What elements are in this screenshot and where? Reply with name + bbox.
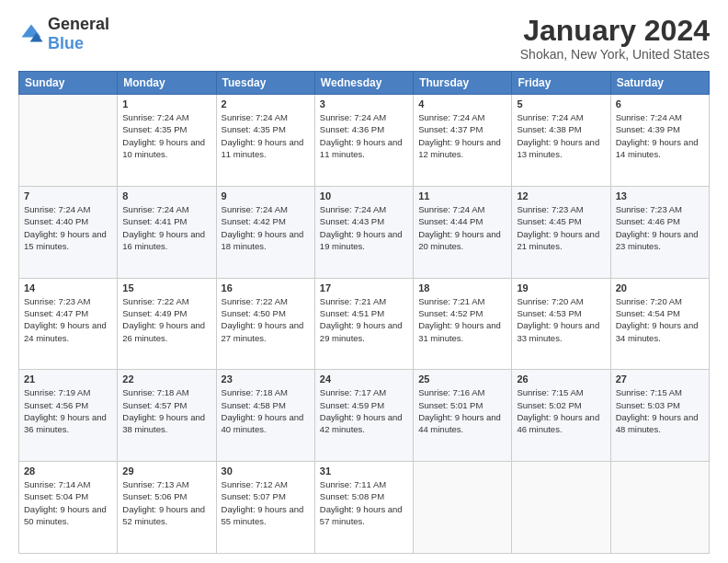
calendar-cell: 22 Sunrise: 7:18 AMSunset: 4:57 PMDaylig… bbox=[118, 370, 216, 462]
calendar-cell: 9 Sunrise: 7:24 AMSunset: 4:42 PMDayligh… bbox=[216, 186, 314, 278]
calendar-cell: 18 Sunrise: 7:21 AMSunset: 4:52 PMDaylig… bbox=[414, 278, 512, 370]
calendar-week-row: 14 Sunrise: 7:23 AMSunset: 4:47 PMDaylig… bbox=[19, 278, 710, 370]
calendar-cell: 2 Sunrise: 7:24 AMSunset: 4:35 PMDayligh… bbox=[216, 95, 314, 187]
calendar-cell: 31 Sunrise: 7:11 AMSunset: 5:08 PMDaylig… bbox=[314, 462, 413, 554]
day-info: Sunrise: 7:24 AMSunset: 4:35 PMDaylight:… bbox=[122, 111, 210, 160]
calendar-cell: 1 Sunrise: 7:24 AMSunset: 4:35 PMDayligh… bbox=[118, 95, 216, 187]
calendar-cell: 16 Sunrise: 7:22 AMSunset: 4:50 PMDaylig… bbox=[216, 278, 314, 370]
calendar-cell: 19 Sunrise: 7:20 AMSunset: 4:53 PMDaylig… bbox=[512, 278, 610, 370]
calendar-week-row: 28 Sunrise: 7:14 AMSunset: 5:04 PMDaylig… bbox=[19, 462, 710, 554]
month-title: January 2024 bbox=[520, 15, 710, 47]
day-info: Sunrise: 7:20 AMSunset: 4:53 PMDaylight:… bbox=[517, 295, 605, 344]
day-number: 3 bbox=[320, 98, 408, 109]
calendar-week-row: 1 Sunrise: 7:24 AMSunset: 4:35 PMDayligh… bbox=[19, 95, 710, 187]
day-info: Sunrise: 7:16 AMSunset: 5:01 PMDaylight:… bbox=[418, 386, 506, 435]
day-number: 28 bbox=[24, 465, 112, 477]
calendar-cell: 10 Sunrise: 7:24 AMSunset: 4:43 PMDaylig… bbox=[314, 186, 413, 278]
day-info: Sunrise: 7:24 AMSunset: 4:36 PMDaylight:… bbox=[320, 111, 408, 160]
day-info: Sunrise: 7:24 AMSunset: 4:35 PMDaylight:… bbox=[222, 111, 310, 160]
calendar-cell: 24 Sunrise: 7:17 AMSunset: 4:59 PMDaylig… bbox=[314, 370, 413, 462]
calendar-cell: 26 Sunrise: 7:15 AMSunset: 5:02 PMDaylig… bbox=[512, 370, 610, 462]
day-info: Sunrise: 7:17 AMSunset: 4:59 PMDaylight:… bbox=[320, 386, 408, 435]
day-number: 5 bbox=[517, 98, 605, 109]
logo-icon bbox=[18, 21, 44, 47]
day-info: Sunrise: 7:24 AMSunset: 4:43 PMDaylight:… bbox=[320, 203, 408, 252]
day-info: Sunrise: 7:21 AMSunset: 4:51 PMDaylight:… bbox=[320, 295, 408, 344]
calendar-cell: 28 Sunrise: 7:14 AMSunset: 5:04 PMDaylig… bbox=[19, 462, 118, 554]
day-number: 11 bbox=[418, 190, 506, 201]
day-number: 15 bbox=[122, 282, 210, 293]
logo: General Blue bbox=[18, 15, 109, 53]
day-number: 25 bbox=[418, 373, 506, 385]
calendar-cell: 6 Sunrise: 7:24 AMSunset: 4:39 PMDayligh… bbox=[610, 95, 709, 187]
day-info: Sunrise: 7:22 AMSunset: 4:50 PMDaylight:… bbox=[222, 295, 310, 344]
day-number: 30 bbox=[222, 465, 310, 477]
calendar-cell: 3 Sunrise: 7:24 AMSunset: 4:36 PMDayligh… bbox=[314, 95, 413, 187]
weekday-header-cell: Saturday bbox=[610, 72, 709, 95]
calendar-cell: 17 Sunrise: 7:21 AMSunset: 4:51 PMDaylig… bbox=[314, 278, 413, 370]
day-info: Sunrise: 7:24 AMSunset: 4:38 PMDaylight:… bbox=[517, 111, 605, 160]
day-number: 7 bbox=[24, 190, 112, 201]
logo-general: General bbox=[48, 15, 109, 33]
day-number: 4 bbox=[418, 98, 506, 109]
day-info: Sunrise: 7:20 AMSunset: 4:54 PMDaylight:… bbox=[616, 295, 704, 344]
day-info: Sunrise: 7:23 AMSunset: 4:45 PMDaylight:… bbox=[517, 203, 605, 252]
weekday-header-cell: Wednesday bbox=[314, 72, 413, 95]
day-number: 17 bbox=[320, 282, 408, 293]
calendar-cell bbox=[610, 462, 709, 554]
day-info: Sunrise: 7:24 AMSunset: 4:41 PMDaylight:… bbox=[122, 203, 210, 252]
calendar-body: 1 Sunrise: 7:24 AMSunset: 4:35 PMDayligh… bbox=[19, 95, 710, 554]
day-number: 22 bbox=[122, 373, 210, 385]
day-number: 1 bbox=[122, 98, 210, 109]
day-number: 24 bbox=[320, 373, 408, 385]
weekday-header-cell: Thursday bbox=[414, 72, 512, 95]
day-number: 8 bbox=[122, 190, 210, 201]
day-number: 26 bbox=[517, 373, 605, 385]
calendar-cell: 8 Sunrise: 7:24 AMSunset: 4:41 PMDayligh… bbox=[118, 186, 216, 278]
page: General Blue January 2024 Shokan, New Yo… bbox=[0, 0, 728, 563]
day-info: Sunrise: 7:23 AMSunset: 4:47 PMDaylight:… bbox=[24, 295, 112, 344]
day-info: Sunrise: 7:18 AMSunset: 4:58 PMDaylight:… bbox=[222, 386, 310, 435]
calendar-cell: 4 Sunrise: 7:24 AMSunset: 4:37 PMDayligh… bbox=[414, 95, 512, 187]
calendar-table: SundayMondayTuesdayWednesdayThursdayFrid… bbox=[18, 71, 710, 554]
day-number: 14 bbox=[24, 282, 112, 293]
day-number: 29 bbox=[122, 465, 210, 477]
calendar-cell: 5 Sunrise: 7:24 AMSunset: 4:38 PMDayligh… bbox=[512, 95, 610, 187]
day-info: Sunrise: 7:23 AMSunset: 4:46 PMDaylight:… bbox=[616, 203, 704, 252]
weekday-header-cell: Sunday bbox=[19, 72, 118, 95]
day-number: 10 bbox=[320, 190, 408, 201]
day-number: 16 bbox=[222, 282, 310, 293]
day-number: 6 bbox=[616, 98, 704, 109]
day-info: Sunrise: 7:19 AMSunset: 4:56 PMDaylight:… bbox=[24, 386, 112, 435]
day-number: 19 bbox=[517, 282, 605, 293]
day-number: 9 bbox=[222, 190, 310, 201]
day-info: Sunrise: 7:11 AMSunset: 5:08 PMDaylight:… bbox=[320, 478, 408, 527]
calendar-cell: 20 Sunrise: 7:20 AMSunset: 4:54 PMDaylig… bbox=[610, 278, 709, 370]
calendar-cell: 25 Sunrise: 7:16 AMSunset: 5:01 PMDaylig… bbox=[414, 370, 512, 462]
calendar-cell: 14 Sunrise: 7:23 AMSunset: 4:47 PMDaylig… bbox=[19, 278, 118, 370]
calendar-cell: 30 Sunrise: 7:12 AMSunset: 5:07 PMDaylig… bbox=[216, 462, 314, 554]
title-block: January 2024 Shokan, New York, United St… bbox=[520, 15, 710, 62]
calendar-cell bbox=[414, 462, 512, 554]
day-info: Sunrise: 7:12 AMSunset: 5:07 PMDaylight:… bbox=[222, 478, 310, 527]
weekday-header-cell: Friday bbox=[512, 72, 610, 95]
day-info: Sunrise: 7:21 AMSunset: 4:52 PMDaylight:… bbox=[418, 295, 506, 344]
calendar-cell: 27 Sunrise: 7:15 AMSunset: 5:03 PMDaylig… bbox=[610, 370, 709, 462]
day-info: Sunrise: 7:24 AMSunset: 4:37 PMDaylight:… bbox=[418, 111, 506, 160]
calendar-cell: 11 Sunrise: 7:24 AMSunset: 4:44 PMDaylig… bbox=[414, 186, 512, 278]
day-number: 18 bbox=[418, 282, 506, 293]
day-number: 31 bbox=[320, 465, 408, 477]
day-info: Sunrise: 7:15 AMSunset: 5:02 PMDaylight:… bbox=[517, 386, 605, 435]
day-number: 20 bbox=[616, 282, 704, 293]
day-info: Sunrise: 7:13 AMSunset: 5:06 PMDaylight:… bbox=[122, 478, 210, 527]
day-number: 21 bbox=[24, 373, 112, 385]
day-info: Sunrise: 7:24 AMSunset: 4:39 PMDaylight:… bbox=[616, 111, 704, 160]
weekday-header-cell: Tuesday bbox=[216, 72, 314, 95]
location: Shokan, New York, United States bbox=[520, 47, 710, 62]
calendar-cell: 7 Sunrise: 7:24 AMSunset: 4:40 PMDayligh… bbox=[19, 186, 118, 278]
day-number: 12 bbox=[517, 190, 605, 201]
weekday-header-row: SundayMondayTuesdayWednesdayThursdayFrid… bbox=[19, 72, 710, 95]
calendar-week-row: 21 Sunrise: 7:19 AMSunset: 4:56 PMDaylig… bbox=[19, 370, 710, 462]
day-info: Sunrise: 7:24 AMSunset: 4:42 PMDaylight:… bbox=[222, 203, 310, 252]
weekday-header-cell: Monday bbox=[118, 72, 216, 95]
